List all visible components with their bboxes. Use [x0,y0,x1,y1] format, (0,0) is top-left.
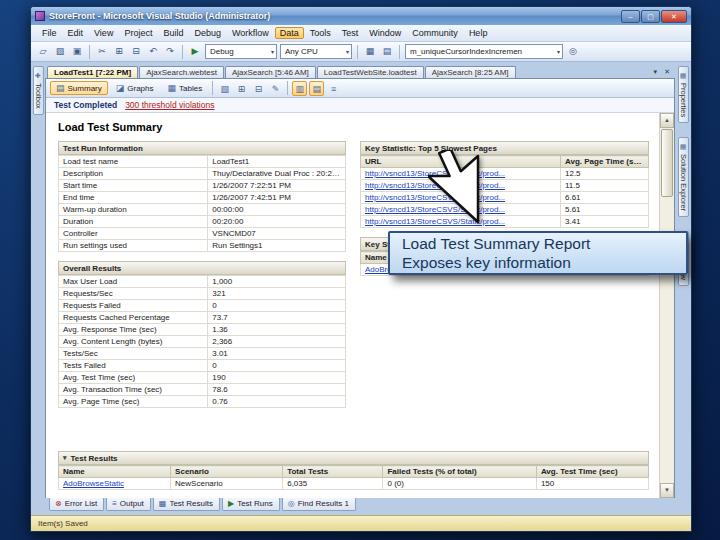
add-notes-icon[interactable]: ✎ [268,81,283,96]
solution-configuration-combo[interactable]: Debug ▾ [205,44,277,59]
column-header-avg-page-time[interactable]: Avg. Page Time (sec) [561,156,649,168]
cell: Avg. Page Time (sec) [59,396,208,408]
new-item-icon[interactable]: ▱ [36,45,50,59]
toolbar-separator [399,45,400,59]
menu-view[interactable]: View [89,27,118,39]
collapse-all-icon[interactable]: ⊟ [251,81,266,96]
tab-test-runs[interactable]: ▶ Test Runs [222,498,280,511]
sidebar-tab-toolbox[interactable]: ✚ Toolbox [33,66,44,115]
minimize-button[interactable]: – [621,10,640,23]
doc-tab-loadtest1[interactable]: LoadTest1 [7:22 PM] [47,66,138,78]
presentation-slide: { "colors": { "accent_orange": "#ffb84d"… [0,0,720,540]
solution-explorer-icon[interactable]: ▦ [363,45,377,59]
sidebar-tab-solution-explorer[interactable]: ▦ Solution Explorer [678,137,689,217]
tables-button-label: Tables [179,84,202,93]
menu-edit[interactable]: Edit [63,27,89,39]
left-dock-strip: ✚ Toolbox [31,62,45,515]
tab-test-results[interactable]: ▦ Test Results [153,498,220,511]
properties-window-icon[interactable]: ▤ [380,45,394,59]
paste-icon[interactable]: ⊟ [129,45,143,59]
menu-data[interactable]: Data [275,27,304,39]
tab-output[interactable]: ≡ Output [106,498,151,511]
column-header-failed-tests[interactable]: Failed Tests (% of total) [383,466,536,478]
doc-tab-ajaxsearch-546[interactable]: AjaxSearch [5:46 AM] [225,66,316,78]
table-row: AdoBrowseStaticNewScenario6,0350 (0)150 [59,478,649,490]
summary-button-label: Summary [68,84,102,93]
section-header-test-results[interactable]: ▾ Test Results [58,451,649,465]
menu-test[interactable]: Test [337,27,364,39]
properties-icon: ▦ [680,72,687,80]
cell: Load test name [59,156,208,168]
show-legend-icon[interactable]: ≡ [326,81,341,96]
section-header-overall-results[interactable]: Overall Results [58,261,346,275]
summary-view-button[interactable]: ▤ Summary [50,81,108,95]
scroll-up-icon[interactable]: ▲ [660,113,674,128]
column-header-avg-test-time[interactable]: Avg. Test Time (sec) [536,466,648,478]
save-icon[interactable]: ▣ [70,45,84,59]
column-header-scenario[interactable]: Scenario [171,466,283,478]
expand-all-icon[interactable]: ⊞ [234,81,249,96]
cut-icon[interactable]: ✂ [95,45,109,59]
cell: Avg. Test Time (sec) [59,372,208,384]
scrollbar-track[interactable] [660,128,674,483]
menu-build[interactable]: Build [158,27,188,39]
section-header-slowest-pages[interactable]: Key Statistic: Top 5 Slowest Pages [360,141,649,155]
menu-project[interactable]: Project [119,27,157,39]
menu-community[interactable]: Community [407,27,463,39]
menu-file[interactable]: File [37,27,62,39]
scrollbar-thumb[interactable] [661,129,673,197]
window-titlebar[interactable]: StoreFront - Microsoft Visual Studio (Ad… [31,7,691,25]
tab-list-dropdown-icon[interactable]: ▾ [651,68,661,78]
test-results-table: Name Scenario Total Tests Failed Tests (… [58,465,649,490]
menu-help[interactable]: Help [464,27,493,39]
find-combo[interactable]: m_uniqueCursorIndexIncremen ▾ [405,44,563,59]
undo-icon[interactable]: ↶ [146,45,160,59]
toolbox-icon: ✚ [35,72,41,80]
menu-window[interactable]: Window [364,27,406,39]
tab-label: Find Results 1 [298,499,349,508]
tab-error-list[interactable]: ⊗ Error List [49,498,104,511]
close-document-icon[interactable]: ✕ [661,68,673,78]
cell: Requests/Sec [59,288,208,300]
link-cell[interactable]: AdoBrowseStatic [59,478,171,490]
column-header-name[interactable]: Name [59,466,171,478]
tab-find-results[interactable]: ◎ Find Results 1 [282,498,356,511]
properties-tab-label: Properties [679,83,688,117]
main-area: ✚ Toolbox LoadTest1 [7:22 PM] AjaxSearch… [31,62,691,515]
start-debug-icon[interactable]: ▶ [188,45,202,59]
cell: Duration [59,216,208,228]
bottom-tool-tabs: ⊗ Error List ≡ Output ▦ Test Results ▶ T… [45,498,675,515]
open-file-icon[interactable]: ▨ [53,45,67,59]
menu-workflow[interactable]: Workflow [227,27,274,39]
table-row: Requests/Sec321 [59,288,346,300]
find-icon[interactable]: ◎ [566,45,580,59]
vertical-scrollbar[interactable]: ▲ ▼ [659,113,674,498]
menu-tools[interactable]: Tools [305,27,336,39]
scroll-down-icon[interactable]: ▼ [660,483,674,498]
sidebar-tab-properties[interactable]: ▦ Properties [678,66,689,123]
section-header-test-run-info[interactable]: Test Run Information [58,141,346,155]
doc-tab-ajaxsearch-webtest[interactable]: AjaxSearch.webtest [139,66,224,78]
test-results-section: ▾ Test Results Name Scenario Total Tests… [58,451,649,492]
close-button[interactable]: ✕ [661,10,687,23]
graphs-view-button[interactable]: ◪ Graphs [110,81,160,95]
table-row: http://vsncd13/StoreCSVS/Static/prod...3… [361,216,649,228]
cell: LoadTest1 [208,156,346,168]
solution-platform-combo[interactable]: Any CPU ▾ [280,44,352,59]
copy-icon[interactable]: ⊞ [112,45,126,59]
doc-tab-ajaxsearch-825[interactable]: AjaxSearch [8:25 AM] [425,66,516,78]
threshold-violations-link[interactable]: 300 threshold violations [125,100,214,110]
column-header-total-tests[interactable]: Total Tests [283,466,383,478]
menu-debug[interactable]: Debug [189,27,226,39]
export-excel-icon[interactable]: ▧ [217,81,232,96]
cell: 6,035 [283,478,383,490]
toolbox-tab-label: Toolbox [34,83,43,109]
show-overview-panel-icon[interactable]: ▤ [309,81,324,96]
doc-tab-loadtestwebsite[interactable]: LoadTestWebSite.loadtest [317,66,424,78]
load-test-toolbar: ▤ Summary ◪ Graphs ▦ Tables ▧ ⊞ ⊟ [46,79,674,98]
show-counters-panel-icon[interactable]: ▥ [292,81,307,96]
table-row: http://vsncd13/StoreCSVS/Static/prod...1… [361,180,649,192]
redo-icon[interactable]: ↷ [163,45,177,59]
maximize-button[interactable]: ▢ [641,10,660,23]
tables-view-button[interactable]: ▦ Tables [162,81,209,95]
